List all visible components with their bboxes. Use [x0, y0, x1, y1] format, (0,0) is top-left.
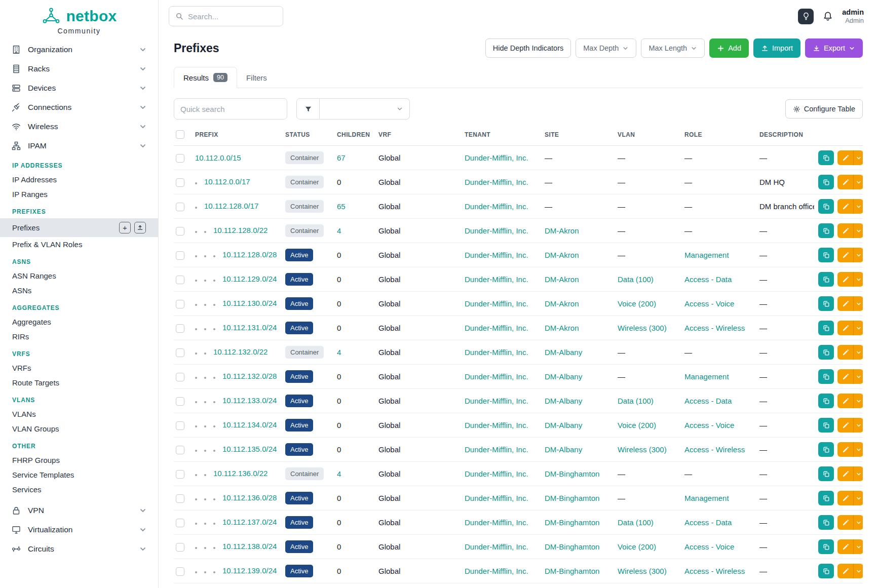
sidebar-item-wireless[interactable]: Wireless	[0, 117, 158, 136]
sidebar-item-ipam[interactable]: IPAM	[0, 136, 158, 155]
sidebar-item-vlans[interactable]: VLANs	[0, 407, 158, 421]
site-link[interactable]: DM-Akron	[545, 226, 579, 235]
vlan-link[interactable]: Voice (200)	[618, 421, 656, 429]
edit-button[interactable]	[837, 175, 853, 189]
prefix-link[interactable]: 10.112.128.0/28	[222, 250, 277, 259]
prefix-link[interactable]: 10.112.136.0/22	[213, 469, 268, 478]
sidebar-item-racks[interactable]: Racks	[0, 59, 158, 79]
row-checkbox[interactable]	[176, 543, 184, 552]
edit-dropdown-button[interactable]	[853, 564, 863, 578]
sidebar-item-fhrp-groups[interactable]: FHRP Groups	[0, 453, 158, 467]
clone-button[interactable]	[818, 515, 834, 530]
select-all-checkbox[interactable]	[176, 130, 184, 139]
sidebar-item-route-targets[interactable]: Route Targets	[0, 375, 158, 390]
prefix-link[interactable]: 10.112.133.0/24	[222, 396, 277, 405]
edit-button[interactable]	[837, 491, 853, 505]
edit-button[interactable]	[837, 564, 853, 578]
tenant-link[interactable]: Dunder-Mifflin, Inc.	[465, 202, 528, 211]
clone-button[interactable]	[818, 248, 834, 262]
edit-dropdown-button[interactable]	[853, 369, 863, 384]
row-checkbox[interactable]	[176, 154, 184, 163]
configure-table-button[interactable]: Configure Table	[785, 99, 863, 119]
prefix-link[interactable]: 10.112.128.0/22	[213, 226, 268, 234]
prefix-link[interactable]: 10.112.139.0/24	[222, 566, 277, 575]
row-checkbox[interactable]	[176, 397, 184, 406]
children-link[interactable]: 4	[337, 226, 341, 235]
vlan-link[interactable]: Data (100)	[618, 397, 654, 405]
edit-button[interactable]	[837, 272, 853, 287]
clone-button[interactable]	[818, 369, 834, 384]
edit-button[interactable]	[837, 223, 853, 238]
row-checkbox[interactable]	[176, 348, 184, 357]
tenant-link[interactable]: Dunder-Mifflin, Inc.	[465, 445, 528, 454]
row-checkbox[interactable]	[176, 373, 184, 381]
clone-button[interactable]	[818, 491, 834, 505]
tenant-link[interactable]: Dunder-Mifflin, Inc.	[465, 518, 528, 527]
row-checkbox[interactable]	[176, 227, 184, 236]
role-link[interactable]: Access - Data	[684, 397, 732, 405]
tenant-link[interactable]: Dunder-Mifflin, Inc.	[465, 397, 528, 405]
column-header-status[interactable]: STATUS	[281, 124, 333, 146]
role-link[interactable]: Management	[684, 494, 729, 502]
site-link[interactable]: DM-Akron	[545, 275, 579, 284]
prefix-link[interactable]: 10.112.0.0/17	[204, 177, 250, 186]
sidebar-item-asns[interactable]: ASNs	[0, 283, 158, 298]
edit-button[interactable]	[837, 369, 853, 384]
edit-button[interactable]	[837, 394, 853, 408]
sidebar-item-circuits[interactable]: Circuits	[0, 539, 158, 559]
prefix-link[interactable]: 10.112.135.0/24	[222, 445, 277, 453]
clone-button[interactable]	[818, 394, 834, 408]
column-header-tenant[interactable]: TENANT	[461, 124, 541, 146]
column-header-site[interactable]: SITE	[541, 124, 614, 146]
site-link[interactable]: DM-Akron	[545, 251, 579, 259]
column-header-children[interactable]: CHILDREN	[333, 124, 374, 146]
tenant-link[interactable]: Dunder-Mifflin, Inc.	[465, 421, 528, 429]
edit-button[interactable]	[837, 466, 853, 481]
edit-dropdown-button[interactable]	[853, 442, 863, 457]
prefix-link[interactable]: 10.112.137.0/24	[222, 518, 277, 526]
clone-button[interactable]	[818, 442, 834, 457]
edit-dropdown-button[interactable]	[853, 272, 863, 287]
column-header-vlan[interactable]: VLAN	[614, 124, 680, 146]
prefix-link[interactable]: 10.112.128.0/17	[204, 202, 258, 210]
role-link[interactable]: Access - Data	[684, 275, 732, 284]
site-link[interactable]: DM-Akron	[545, 299, 579, 308]
sidebar-item-virtualization[interactable]: Virtualization	[0, 520, 158, 539]
sidebar-item-organization[interactable]: Organization	[0, 40, 158, 59]
edit-dropdown-button[interactable]	[853, 296, 863, 311]
sidebar-item-prefixes[interactable]: Prefixes+	[0, 218, 158, 237]
edit-button[interactable]	[837, 515, 853, 530]
sidebar-item-rirs[interactable]: RIRs	[0, 329, 158, 344]
vlan-link[interactable]: Wireless (300)	[618, 324, 667, 332]
site-link[interactable]: DM-Albany	[545, 421, 582, 429]
edit-dropdown-button[interactable]	[853, 150, 863, 165]
tenant-link[interactable]: Dunder-Mifflin, Inc.	[465, 542, 528, 551]
row-checkbox[interactable]	[176, 494, 184, 503]
clone-button[interactable]	[818, 199, 834, 214]
sidebar-item-service-templates[interactable]: Service Templates	[0, 467, 158, 482]
quick-search-input[interactable]	[180, 105, 281, 113]
clone-button[interactable]	[818, 321, 834, 335]
clone-button[interactable]	[818, 564, 834, 578]
sidebar-item-devices[interactable]: Devices	[0, 79, 158, 98]
filter-select[interactable]	[320, 98, 410, 120]
prefix-link[interactable]: 10.112.136.0/28	[222, 493, 277, 502]
site-link[interactable]: DM-Albany	[545, 348, 582, 357]
edit-dropdown-button[interactable]	[853, 418, 863, 433]
role-link[interactable]: Access - Voice	[684, 542, 734, 551]
edit-button[interactable]	[837, 248, 853, 262]
prefix-link[interactable]: 10.112.129.0/24	[222, 275, 277, 283]
clone-button[interactable]	[818, 418, 834, 433]
search-input[interactable]	[188, 12, 289, 21]
row-checkbox[interactable]	[176, 470, 184, 479]
edit-dropdown-button[interactable]	[853, 394, 863, 408]
row-checkbox[interactable]	[176, 203, 184, 211]
edit-dropdown-button[interactable]	[853, 345, 863, 360]
sidebar-item-services[interactable]: Services	[0, 482, 158, 497]
import-button[interactable]: Import	[753, 38, 800, 58]
column-header-description[interactable]: DESCRIPTION	[755, 124, 814, 146]
sidebar-item-connections[interactable]: Connections	[0, 98, 158, 117]
prefix-link[interactable]: 10.112.0.0/15	[195, 153, 241, 162]
tenant-link[interactable]: Dunder-Mifflin, Inc.	[465, 469, 528, 478]
role-link[interactable]: Access - Data	[684, 518, 732, 527]
